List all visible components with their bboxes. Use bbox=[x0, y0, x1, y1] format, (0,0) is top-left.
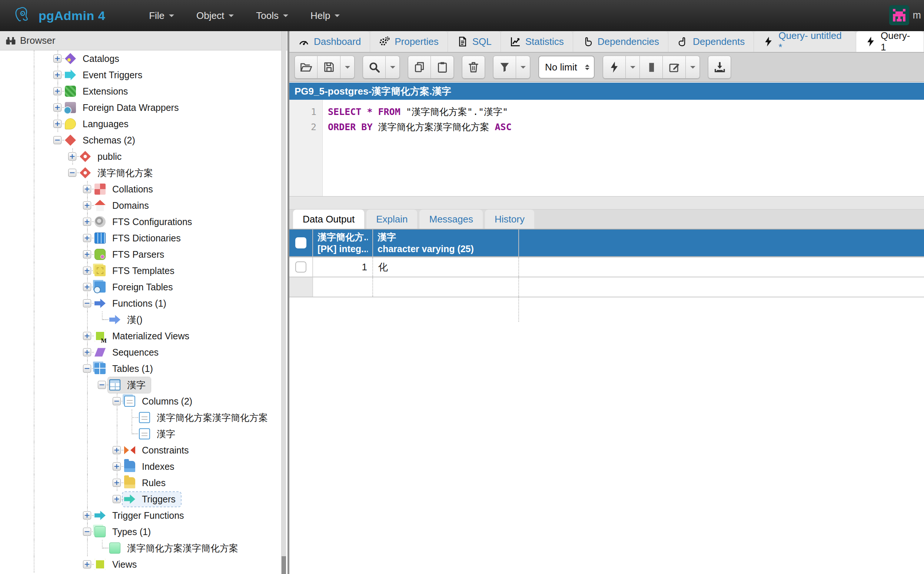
expand-icon[interactable]: + bbox=[113, 479, 121, 487]
grid-column-header[interactable]: 漢字簡化方...[PK] integ... bbox=[313, 230, 373, 256]
tree-item[interactable]: +Event Triggers bbox=[0, 67, 281, 83]
expand-icon[interactable]: + bbox=[113, 446, 121, 454]
tree-item[interactable]: 漢字 bbox=[0, 426, 281, 442]
tree-item[interactable]: −Tables (1) bbox=[0, 360, 281, 377]
expand-icon[interactable]: + bbox=[83, 332, 91, 340]
row-checkbox[interactable] bbox=[295, 262, 306, 273]
expand-icon[interactable]: + bbox=[53, 55, 61, 63]
tree-item[interactable]: 漢字簡化方案漢字簡化方案 bbox=[0, 409, 281, 426]
tab-query-untitled[interactable]: Query- untitled * bbox=[754, 31, 856, 52]
save-dropdown-button[interactable] bbox=[341, 56, 355, 79]
editor-output-splitter[interactable] bbox=[289, 196, 924, 210]
expand-icon[interactable]: + bbox=[83, 250, 91, 259]
menu-tools[interactable]: Tools bbox=[245, 10, 299, 22]
copy-button[interactable] bbox=[408, 56, 431, 79]
tree-item[interactable]: +Domains bbox=[0, 197, 281, 214]
tree-item[interactable]: −Functions (1) bbox=[0, 295, 281, 311]
expand-icon[interactable]: + bbox=[68, 152, 76, 161]
tree-item[interactable]: +FTS Parsers bbox=[0, 246, 281, 263]
execute-button[interactable] bbox=[603, 56, 626, 79]
sidebar-scrollbar-thumb[interactable] bbox=[281, 556, 286, 574]
collapse-icon[interactable]: − bbox=[83, 299, 91, 308]
open-file-button[interactable] bbox=[295, 56, 317, 79]
tab-properties[interactable]: Properties bbox=[370, 31, 448, 52]
tree-item[interactable]: +Constraints bbox=[0, 442, 281, 458]
output-tab-explain[interactable]: Explain bbox=[366, 210, 417, 229]
tree-item[interactable]: +Catalogs bbox=[0, 50, 281, 67]
collapse-icon[interactable]: − bbox=[53, 136, 61, 144]
tree-item[interactable]: +public bbox=[0, 148, 281, 165]
select-all-checkbox[interactable] bbox=[295, 237, 306, 248]
expand-icon[interactable]: + bbox=[53, 104, 61, 112]
menu-file[interactable]: File bbox=[138, 10, 185, 22]
tab-dependents[interactable]: Dependents bbox=[668, 31, 754, 52]
tree-item[interactable]: +Rules bbox=[0, 475, 281, 491]
tab-dashboard[interactable]: Dashboard bbox=[289, 31, 370, 52]
tab-sql[interactable]: SQL bbox=[448, 31, 501, 52]
tree-item[interactable]: +Collations bbox=[0, 181, 281, 197]
collapse-icon[interactable]: − bbox=[98, 381, 106, 389]
collapse-icon[interactable]: − bbox=[113, 397, 121, 405]
expand-icon[interactable]: + bbox=[83, 511, 91, 519]
tree-item[interactable]: +Views bbox=[0, 556, 281, 572]
execute-dropdown-button[interactable] bbox=[626, 56, 640, 79]
expand-icon[interactable]: + bbox=[83, 283, 91, 291]
output-tab-messages[interactable]: Messages bbox=[420, 210, 483, 229]
tree-item[interactable]: +Trigger Functions bbox=[0, 507, 281, 524]
row-limit-select[interactable]: No limit bbox=[538, 56, 595, 79]
filter-button[interactable] bbox=[493, 56, 516, 79]
tree-item[interactable]: +Extensions bbox=[0, 83, 281, 99]
expand-icon[interactable]: + bbox=[83, 348, 91, 356]
tab-statistics[interactable]: Statistics bbox=[501, 31, 573, 52]
expand-icon[interactable]: + bbox=[53, 87, 61, 95]
expand-icon[interactable]: + bbox=[83, 266, 91, 275]
delete-row-button[interactable] bbox=[462, 56, 485, 79]
stop-button[interactable] bbox=[640, 56, 663, 79]
collapse-icon[interactable]: − bbox=[83, 528, 91, 536]
tree-item[interactable]: 漢字簡化方案漢字簡化方案 bbox=[0, 540, 281, 556]
tree-item[interactable]: +Indexes bbox=[0, 458, 281, 475]
collapse-icon[interactable]: − bbox=[83, 364, 91, 373]
tree-item[interactable]: −漢字簡化方案 bbox=[0, 165, 281, 181]
output-tab-data-output[interactable]: Data Output bbox=[293, 210, 364, 229]
tree-item[interactable]: +Triggers bbox=[0, 491, 281, 507]
tree-item[interactable]: +FTS Templates bbox=[0, 263, 281, 279]
tree-item[interactable]: +FTS Configurations bbox=[0, 214, 281, 230]
edit-dropdown-button[interactable] bbox=[686, 56, 700, 79]
expand-icon[interactable]: + bbox=[113, 495, 121, 503]
sql-editor[interactable]: 12 SELECT * FROM "漢字簡化方案"."漢字"ORDER BY 漢… bbox=[289, 100, 924, 196]
collapse-icon[interactable]: − bbox=[68, 169, 76, 177]
find-button[interactable] bbox=[363, 56, 386, 79]
user-menu[interactable]: m bbox=[889, 5, 921, 25]
download-button[interactable] bbox=[708, 56, 731, 79]
tree-item[interactable]: +Foreign Tables bbox=[0, 279, 281, 295]
save-button[interactable] bbox=[317, 56, 341, 79]
tree-item[interactable]: +Languages bbox=[0, 116, 281, 132]
tab-query-1[interactable]: Query-1 bbox=[856, 31, 924, 52]
expand-icon[interactable]: + bbox=[53, 71, 61, 79]
tree-item[interactable]: +Sequences bbox=[0, 344, 281, 360]
expand-icon[interactable]: + bbox=[83, 560, 91, 568]
tree-item[interactable]: −漢字 bbox=[0, 377, 281, 393]
output-tab-history[interactable]: History bbox=[485, 210, 534, 229]
tree-item[interactable]: 漢() bbox=[0, 311, 281, 328]
find-dropdown-button[interactable] bbox=[386, 56, 400, 79]
tree-item[interactable]: +Materialized Views bbox=[0, 328, 281, 344]
sidebar-scrollbar[interactable] bbox=[281, 31, 286, 574]
expand-icon[interactable]: + bbox=[83, 201, 91, 210]
grid-column-header[interactable]: 漢字character varying (25) bbox=[373, 230, 519, 256]
menu-help[interactable]: Help bbox=[299, 10, 351, 22]
tree-item[interactable]: −Schemas (2) bbox=[0, 132, 281, 148]
tree-item[interactable]: −Types (1) bbox=[0, 524, 281, 540]
tree-item[interactable]: +Foreign Data Wrappers bbox=[0, 99, 281, 116]
filter-dropdown-button[interactable] bbox=[516, 56, 530, 79]
expand-icon[interactable]: + bbox=[83, 185, 91, 193]
expand-icon[interactable]: + bbox=[83, 234, 91, 242]
edit-button[interactable] bbox=[663, 56, 686, 79]
expand-icon[interactable]: + bbox=[113, 462, 121, 470]
expand-icon[interactable]: + bbox=[53, 120, 61, 128]
tree-item[interactable]: +FTS Dictionaries bbox=[0, 230, 281, 246]
tree-item[interactable]: −Columns (2) bbox=[0, 393, 281, 409]
tab-dependencies[interactable]: Dependencies bbox=[573, 31, 668, 52]
paste-button[interactable] bbox=[431, 56, 454, 79]
